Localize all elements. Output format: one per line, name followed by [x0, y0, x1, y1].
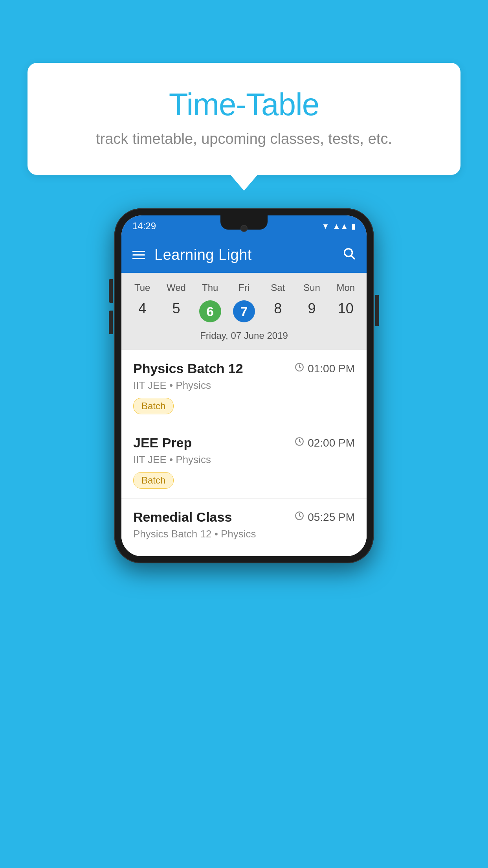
wifi-icon: ▼	[322, 222, 330, 231]
schedule-item-jee-prep[interactable]: JEE Prep 02:00 PM IIT JEE • Physics	[121, 424, 367, 498]
schedule-item-2-badge: Batch	[133, 472, 174, 489]
schedule-item-2-header: JEE Prep 02:00 PM	[133, 435, 355, 451]
day-name-mon: Mon	[329, 279, 363, 296]
calendar-strip: Tue Wed Thu Fri Sat Sun Mon 4 5 6 7 8 9 …	[121, 273, 367, 350]
schedule-item-2-time: 02:00 PM	[294, 436, 355, 449]
day-numbers-row: 4 5 6 7 8 9 10	[121, 296, 367, 326]
volume-up-button	[109, 279, 113, 303]
day-name-thu: Thu	[193, 279, 227, 296]
clock-icon-2	[294, 436, 305, 449]
phone-screen: 14:29 ▼ ▲▲ ▮ Learning Light	[121, 215, 367, 556]
clock-icon-3	[294, 511, 305, 524]
schedule-item-1-meta: IIT JEE • Physics	[133, 379, 355, 392]
phone-mockup: 14:29 ▼ ▲▲ ▮ Learning Light	[114, 208, 374, 563]
app-bar: Learning Light	[121, 237, 367, 273]
schedule-item-1-badge: Batch	[133, 398, 174, 414]
phone-notch	[220, 215, 268, 230]
schedule-item-2-title: JEE Prep	[133, 435, 192, 451]
schedule-item-3-title: Remedial Class	[133, 509, 232, 525]
schedule-item-1-header: Physics Batch 12 01:00 PM	[133, 361, 355, 376]
day-4[interactable]: 4	[125, 296, 159, 326]
menu-button[interactable]	[132, 251, 145, 259]
schedule-item-3-time: 05:25 PM	[294, 511, 355, 524]
power-button	[375, 295, 379, 326]
today-circle: 6	[199, 300, 221, 322]
day-8[interactable]: 8	[261, 296, 295, 326]
schedule-item-remedial-class[interactable]: Remedial Class 05:25 PM Physics Batch	[121, 498, 367, 556]
schedule-list: Physics Batch 12 01:00 PM IIT JEE • P	[121, 350, 367, 556]
day-name-wed: Wed	[159, 279, 193, 296]
svg-line-1	[351, 256, 354, 259]
clock-icon-1	[294, 362, 305, 375]
bubble-title: Time-Table	[59, 86, 429, 123]
phone-camera	[240, 225, 248, 232]
speech-bubble: Time-Table track timetable, upcoming cla…	[28, 63, 460, 175]
selected-circle: 7	[233, 300, 255, 322]
day-name-fri: Fri	[227, 279, 261, 296]
day-7[interactable]: 7	[227, 296, 261, 326]
schedule-item-1-time: 01:00 PM	[294, 362, 355, 375]
status-icons: ▼ ▲▲ ▮	[322, 221, 356, 231]
day-names-row: Tue Wed Thu Fri Sat Sun Mon	[121, 279, 367, 296]
app-title: Learning Light	[154, 246, 252, 263]
status-time: 14:29	[132, 221, 156, 232]
day-10[interactable]: 10	[329, 296, 363, 326]
schedule-item-3-header: Remedial Class 05:25 PM	[133, 509, 355, 525]
schedule-item-2-meta: IIT JEE • Physics	[133, 454, 355, 466]
schedule-item-physics-batch-12[interactable]: Physics Batch 12 01:00 PM IIT JEE • P	[121, 350, 367, 424]
volume-down-button	[109, 311, 113, 334]
day-9[interactable]: 9	[295, 296, 328, 326]
signal-icon: ▲▲	[332, 222, 348, 231]
day-name-sun: Sun	[295, 279, 328, 296]
search-button[interactable]	[342, 246, 356, 263]
schedule-item-1-title: Physics Batch 12	[133, 361, 243, 376]
day-5[interactable]: 5	[159, 296, 193, 326]
day-6[interactable]: 6	[193, 296, 227, 326]
selected-date-label: Friday, 07 June 2019	[121, 326, 367, 347]
battery-icon: ▮	[351, 221, 356, 231]
app-bar-left: Learning Light	[132, 246, 252, 263]
day-name-tue: Tue	[125, 279, 159, 296]
phone-outer-frame: 14:29 ▼ ▲▲ ▮ Learning Light	[114, 208, 374, 563]
day-name-sat: Sat	[261, 279, 295, 296]
schedule-item-3-meta: Physics Batch 12 • Physics	[133, 528, 355, 540]
speech-bubble-section: Time-Table track timetable, upcoming cla…	[28, 63, 460, 175]
bubble-subtitle: track timetable, upcoming classes, tests…	[59, 131, 429, 147]
